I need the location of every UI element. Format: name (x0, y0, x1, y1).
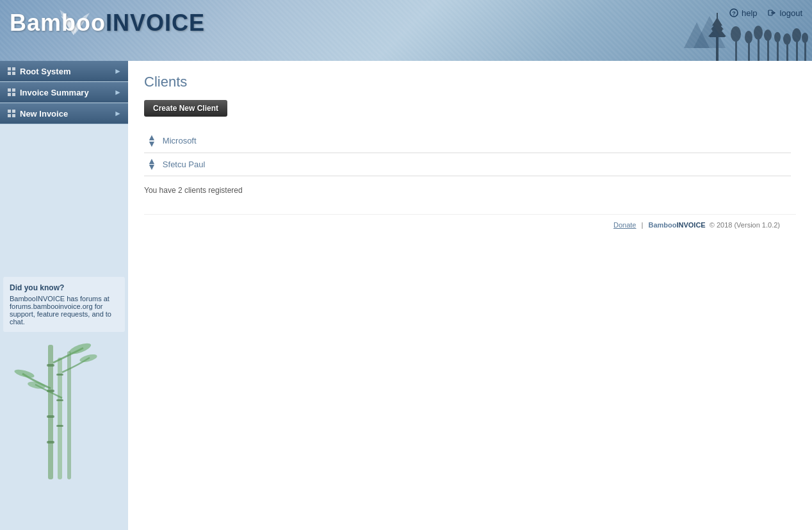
client-name-sfetcu[interactable]: Sfetcu Paul (163, 160, 206, 169)
footer-copyright: © 2018 (Version 1.0.2) (710, 221, 780, 229)
help-icon: ? (729, 8, 739, 18)
client-name-microsoft[interactable]: Microsoft (163, 136, 197, 145)
page-title: Clients (144, 74, 796, 90)
bamboo-decoration: Did you know? BambooINVOICE has forums a… (0, 274, 128, 530)
svg-point-19 (783, 33, 791, 45)
sidebar: Root System ► Invoice Summary ► New Invo… (0, 61, 128, 530)
grid-icon-invoice (6, 87, 17, 97)
footer-separator: | (642, 221, 644, 229)
svg-rect-34 (8, 88, 11, 92)
svg-rect-50 (56, 399, 63, 401)
svg-rect-49 (56, 374, 63, 376)
logout-icon (767, 8, 777, 18)
sidebar-item-invoice-summary-label: Invoice Summary (20, 88, 89, 97)
sidebar-arrow-root: ► (114, 67, 122, 76)
svg-rect-30 (8, 67, 11, 70)
svg-rect-7 (717, 13, 718, 19)
svg-rect-35 (12, 88, 15, 92)
main-content: Clients Create New Client ▲▼ Microsoft ▲… (128, 61, 812, 530)
sidebar-item-root-system-label: Root System (20, 67, 70, 76)
grid-icon (6, 66, 17, 76)
layout: Root System ► Invoice Summary ► New Invo… (0, 61, 812, 530)
svg-point-21 (792, 28, 801, 42)
footer-brand: BambooInvoice (648, 221, 705, 229)
svg-rect-43 (58, 358, 62, 479)
header: BambooINVOICE ? help logout (0, 0, 812, 61)
logo-text: BambooINVOICE (10, 10, 205, 37)
sidebar-item-new-invoice-label: New Invoice (20, 109, 68, 119)
client-row[interactable]: ▲▼ Microsoft (144, 129, 791, 153)
sidebar-item-invoice-summary[interactable]: Invoice Summary ► (0, 82, 128, 103)
svg-point-23 (802, 33, 808, 43)
svg-rect-33 (12, 72, 15, 75)
svg-point-15 (764, 29, 772, 41)
did-you-know-text: BambooINVOICE has forums at forums.bambo… (10, 295, 111, 326)
logo-invoice: INVOICE (106, 10, 205, 36)
svg-rect-47 (47, 415, 54, 418)
header-nav: ? help logout (729, 8, 802, 18)
logout-link[interactable]: logout (767, 8, 802, 18)
svg-rect-32 (8, 72, 11, 75)
svg-point-11 (745, 31, 752, 44)
svg-rect-36 (8, 93, 11, 96)
bamboo-svg (0, 338, 128, 481)
svg-rect-48 (47, 441, 54, 443)
svg-rect-38 (8, 110, 11, 113)
donate-link[interactable]: Donate (613, 221, 636, 229)
footer: Donate | BambooInvoice © 2018 (Version 1… (144, 214, 796, 235)
svg-point-53 (13, 368, 35, 379)
sort-icon: ▲▼ (147, 158, 156, 171)
grid-icon-new (6, 108, 17, 119)
sidebar-item-root-system[interactable]: Root System ► (0, 61, 128, 82)
client-count-text: You have 2 clients registered (144, 186, 796, 195)
svg-rect-31 (12, 67, 15, 70)
did-you-know-box: Did you know? BambooINVOICE has forums a… (3, 277, 125, 332)
svg-point-9 (731, 26, 741, 42)
svg-point-13 (754, 26, 763, 40)
create-new-client-button[interactable]: Create New Client (144, 100, 227, 117)
sort-icon: ▲▼ (147, 135, 156, 147)
client-row[interactable]: ▲▼ Sfetcu Paul (144, 153, 791, 177)
svg-point-17 (774, 32, 781, 42)
svg-rect-45 (47, 364, 54, 367)
did-you-know-title: Did you know? (10, 283, 118, 292)
logo: BambooINVOICE (10, 10, 205, 37)
svg-text:?: ? (732, 10, 736, 17)
help-link[interactable]: ? help (729, 8, 758, 18)
svg-rect-37 (12, 93, 15, 96)
client-list: ▲▼ Microsoft ▲▼ Sfetcu Paul (144, 129, 791, 176)
sidebar-item-new-invoice[interactable]: New Invoice ► (0, 103, 128, 124)
svg-rect-51 (56, 425, 63, 427)
svg-rect-39 (12, 110, 15, 113)
svg-rect-40 (8, 114, 11, 117)
main-area: Clients Create New Client ▲▼ Microsoft ▲… (128, 61, 812, 530)
svg-rect-41 (12, 114, 15, 117)
logo-bamboo: Bamboo (10, 10, 106, 36)
sidebar-arrow-invoice: ► (114, 88, 122, 97)
sidebar-arrow-new: ► (114, 109, 122, 118)
